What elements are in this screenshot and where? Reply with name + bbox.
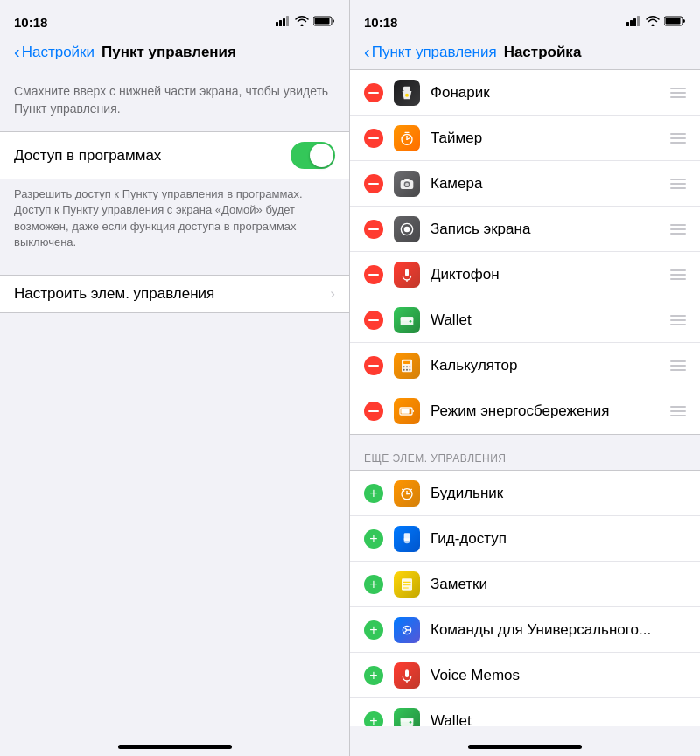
label-wallet: Wallet [430, 312, 663, 329]
svg-point-36 [406, 368, 408, 370]
svg-rect-2 [283, 18, 285, 26]
left-back-arrow-icon: ‹ [14, 42, 20, 62]
icon-more-voicememos [394, 662, 420, 689]
add-btn-alarm[interactable] [364, 484, 383, 503]
included-item-voice[interactable]: Диктофон [350, 252, 700, 298]
left-back-button[interactable]: ‹ Настройки [14, 42, 94, 62]
label-more-voicememos: Voice Memos [430, 667, 686, 684]
icon-screenrecord [394, 216, 420, 242]
included-item-flashlight[interactable]: Фонарик [350, 70, 700, 116]
included-item-battery[interactable]: Режим энергосбережения [350, 388, 700, 434]
left-description-block: Смахните вверх с нижней части экрана, чт… [0, 69, 349, 124]
add-btn-guided[interactable] [364, 529, 383, 549]
label-more-notes: Заметки [430, 576, 686, 593]
included-item-calculator[interactable]: Калькулятор [350, 343, 700, 388]
drag-handle-flashlight[interactable] [663, 88, 686, 98]
label-screenrecord: Запись экрана [430, 220, 663, 238]
access-description-text: Разрешить доступ к Пункту управления в п… [14, 186, 335, 250]
label-more-alarm: Будильник [430, 485, 686, 502]
icon-more-guided [394, 526, 420, 552]
right-signal-icon [626, 16, 641, 29]
customize-row[interactable]: Настроить элем. управления › [0, 276, 349, 312]
left-description-text: Смахните вверх с нижней части экрана, чт… [14, 83, 335, 117]
svg-rect-28 [401, 318, 414, 321]
more-item-guided[interactable]: Гид-доступ [350, 516, 700, 562]
access-toggle[interactable] [290, 142, 335, 169]
drag-handle-screenrecord[interactable] [663, 224, 686, 234]
svg-rect-25 [405, 269, 409, 276]
remove-btn-calculator[interactable] [364, 356, 383, 375]
left-panel: 10:18 ‹ Настройки Пункт управления Смахн… [0, 0, 350, 756]
label-timer: Таймер [430, 130, 663, 147]
more-item-voicememos[interactable]: Voice Memos [350, 653, 700, 698]
svg-rect-8 [634, 18, 636, 26]
more-item-alarm[interactable]: Будильник [350, 471, 700, 516]
label-flashlight: Фонарик [430, 84, 663, 102]
label-battery: Режим энергосбережения [430, 402, 663, 420]
more-item-notes[interactable]: Заметки [350, 562, 700, 607]
drag-handle-calculator[interactable] [663, 360, 686, 371]
svg-point-21 [405, 182, 409, 186]
more-item-shortcuts[interactable]: Команды для Универсального... [350, 607, 700, 653]
remove-btn-voice[interactable] [364, 265, 383, 284]
remove-btn-flashlight[interactable] [364, 83, 383, 102]
svg-rect-11 [666, 18, 681, 24]
remove-btn-camera[interactable] [364, 174, 383, 193]
remove-btn-battery[interactable] [364, 402, 383, 421]
more-item-wallet2[interactable]: Wallet [350, 698, 700, 726]
access-description-block: Разрешить доступ к Пункту управления в п… [0, 179, 349, 261]
right-nav-bar: ‹ Пункт управления Настройка [350, 38, 700, 69]
remove-btn-timer[interactable] [364, 129, 383, 148]
add-btn-notes[interactable] [364, 575, 383, 594]
right-home-bar [468, 745, 582, 749]
drag-handle-battery[interactable] [663, 406, 686, 416]
more-section: Будильник Гид-доступ Заметки Команды для… [350, 470, 700, 726]
add-btn-voicememos[interactable] [364, 666, 383, 685]
icon-timer [394, 125, 420, 151]
included-item-camera[interactable]: Камера [350, 161, 700, 206]
svg-rect-6 [626, 22, 629, 26]
left-nav-bar: ‹ Настройки Пункт управления [0, 38, 349, 69]
label-calculator: Калькулятор [430, 357, 663, 374]
label-more-guided: Гид-доступ [430, 530, 686, 548]
svg-point-29 [410, 320, 412, 323]
icon-camera [394, 171, 420, 197]
svg-rect-46 [402, 578, 412, 590]
icon-voice [394, 262, 420, 288]
add-btn-shortcuts[interactable] [364, 620, 383, 640]
access-section: Доступ в программах [0, 131, 349, 179]
svg-rect-9 [637, 16, 640, 26]
svg-rect-54 [401, 719, 414, 722]
right-back-button[interactable]: ‹ Пункт управления [364, 42, 497, 62]
customize-label: Настроить элем. управления [14, 285, 214, 303]
svg-point-32 [403, 366, 405, 368]
left-home-bar [118, 745, 232, 749]
label-voice: Диктофон [430, 266, 663, 284]
icon-wallet [394, 307, 420, 333]
drag-handle-camera[interactable] [663, 178, 686, 189]
drag-handle-timer[interactable] [663, 133, 686, 144]
icon-more-notes [394, 571, 420, 598]
icon-more-wallet2 [394, 708, 420, 726]
included-item-timer[interactable]: Таймер [350, 116, 700, 161]
right-wifi-icon [646, 16, 660, 29]
remove-btn-wallet[interactable] [364, 311, 383, 330]
included-item-screenrecord[interactable]: Запись экрана [350, 206, 700, 252]
remove-btn-screenrecord[interactable] [364, 220, 383, 239]
svg-point-34 [409, 366, 410, 368]
drag-handle-voice[interactable] [663, 270, 686, 280]
label-camera: Камера [430, 175, 663, 192]
svg-rect-3 [286, 16, 289, 26]
svg-rect-5 [315, 18, 330, 24]
svg-point-55 [410, 721, 412, 724]
access-row: Доступ в программах [0, 132, 349, 178]
drag-handle-wallet[interactable] [663, 315, 686, 326]
wifi-icon [295, 16, 309, 29]
left-nav-title: Пункт управления [102, 44, 236, 61]
add-btn-wallet2[interactable] [364, 711, 383, 726]
svg-rect-31 [403, 360, 410, 363]
included-item-wallet[interactable]: Wallet [350, 298, 700, 343]
more-section-header: ЕЩЕ ЭЛЕМ. УПРАВЛЕНИЯ [350, 435, 700, 470]
left-home-indicator [0, 726, 349, 756]
left-time: 10:18 [14, 15, 47, 30]
